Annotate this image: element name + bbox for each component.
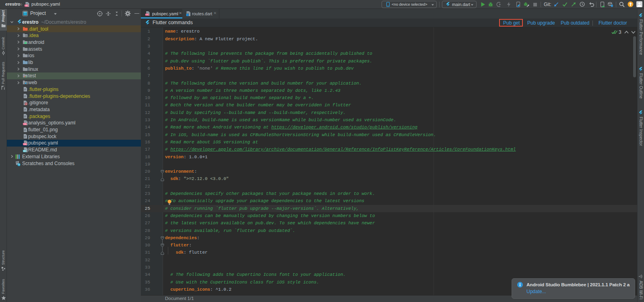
svg-text:YML: YML [145, 14, 149, 16]
svg-text:MD: MD [23, 150, 26, 152]
svg-text:YML: YML [23, 143, 27, 145]
svg-text:YML: YML [25, 5, 29, 7]
svg-text:YML: YML [23, 123, 27, 125]
